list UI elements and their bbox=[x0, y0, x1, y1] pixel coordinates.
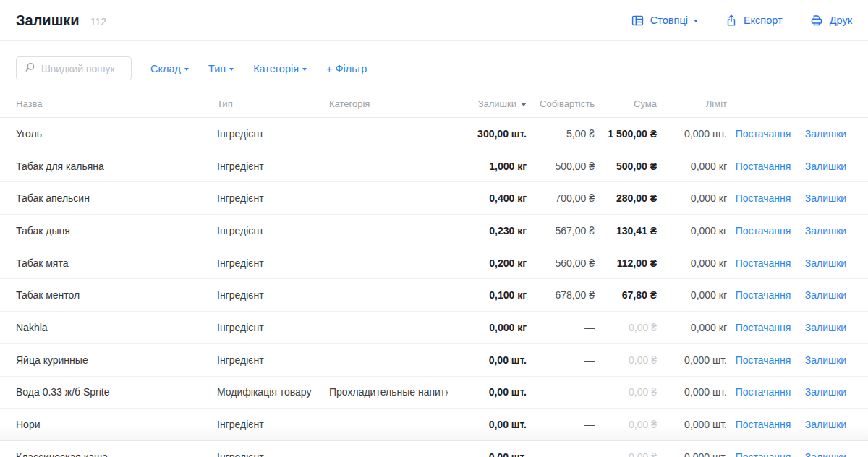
item-category: Прохладительные напитки bbox=[329, 386, 448, 398]
quick-search-box[interactable] bbox=[16, 56, 132, 80]
stock-link-cell: Залишки bbox=[799, 257, 852, 269]
sort-desc-icon bbox=[521, 103, 527, 106]
item-stock-value: 1,000 кг bbox=[448, 161, 527, 172]
supply-link[interactable]: Постачання bbox=[736, 161, 791, 172]
col-header-sum[interactable]: Сума bbox=[595, 98, 657, 109]
supply-link[interactable]: Постачання bbox=[736, 419, 791, 430]
stock-link[interactable]: Залишки bbox=[805, 289, 846, 301]
table-row[interactable]: Яйца куринные Інгредієнт 0,00 шт. — 0,00… bbox=[0, 344, 868, 377]
table-row[interactable]: Табак для кальяна Інгредієнт 1,000 кг 50… bbox=[0, 150, 868, 183]
print-icon bbox=[809, 14, 824, 27]
table-row[interactable]: Табак апельсин Інгредієнт 0,400 кг 700,0… bbox=[0, 182, 868, 215]
item-limit-value: 0,000 кг bbox=[657, 257, 727, 269]
supply-link-cell: Постачання bbox=[727, 451, 799, 457]
supply-link[interactable]: Постачання bbox=[736, 322, 791, 333]
item-sum-value: 0,00 ₴ bbox=[595, 322, 657, 333]
item-name: Табак мята bbox=[16, 257, 217, 269]
table-row[interactable]: Уголь Інгредієнт 300,00 шт. 5,00 ₴ 1 500… bbox=[0, 118, 868, 150]
stock-link[interactable]: Залишки bbox=[805, 386, 846, 398]
item-type: Інгредієнт bbox=[217, 289, 329, 301]
filter-type[interactable]: Тип bbox=[208, 63, 234, 74]
item-cost-value: — bbox=[527, 419, 595, 430]
table-row[interactable]: Вода 0.33 ж/б Sprite Модифікація товару … bbox=[0, 377, 868, 409]
item-limit-value: 0,000 кг bbox=[657, 225, 727, 236]
item-limit-value: 0,000 шт. bbox=[657, 451, 727, 457]
supply-link-cell: Постачання bbox=[727, 322, 799, 333]
item-type: Інгредієнт bbox=[217, 192, 329, 204]
stock-table: Назва Тип Категорія Залишки Собівартість… bbox=[0, 90, 868, 457]
supply-link-cell: Постачання bbox=[727, 128, 799, 140]
col-header-type[interactable]: Тип bbox=[217, 98, 329, 109]
item-stock-value: 0,100 кг bbox=[448, 289, 527, 301]
table-row[interactable]: Табак ментол Інгредієнт 0,100 кг 678,00 … bbox=[0, 279, 868, 312]
item-limit-value: 0,000 шт. bbox=[657, 386, 727, 398]
item-sum-value: 1 500,00 ₴ bbox=[595, 128, 657, 140]
items-count-badge: 112 bbox=[90, 16, 106, 27]
col-header-name[interactable]: Назва bbox=[16, 98, 217, 109]
toolbar: Склад Тип Категорія + Фільтр bbox=[0, 41, 868, 90]
columns-button[interactable]: Стовпці bbox=[631, 14, 698, 27]
stock-link[interactable]: Залишки bbox=[805, 225, 846, 236]
supply-link-cell: Постачання bbox=[727, 225, 799, 236]
item-name: Вода 0.33 ж/б Sprite bbox=[16, 386, 217, 398]
filters: Склад Тип Категорія + Фільтр bbox=[150, 63, 367, 74]
supply-link[interactable]: Постачання bbox=[736, 451, 791, 457]
item-name: Нори bbox=[16, 419, 217, 430]
item-type: Інгредієнт bbox=[217, 354, 329, 366]
table-row[interactable]: Табак мята Інгредієнт 0,200 кг 560,00 ₴ … bbox=[0, 247, 868, 280]
stock-link-cell: Залишки bbox=[799, 322, 852, 333]
supply-link[interactable]: Постачання bbox=[736, 128, 791, 140]
supply-link[interactable]: Постачання bbox=[736, 354, 791, 366]
item-limit-value: 0,000 кг bbox=[657, 289, 727, 301]
stock-link[interactable]: Залишки bbox=[805, 354, 846, 366]
table-row[interactable]: Табак дыня Інгредієнт 0,230 кг 567,00 ₴ … bbox=[0, 215, 868, 247]
item-limit-value: 0,000 шт. bbox=[657, 128, 727, 140]
item-cost-value: 5,00 ₴ bbox=[527, 128, 595, 140]
col-header-cost[interactable]: Собівартість bbox=[527, 98, 595, 109]
columns-button-label: Стовпці bbox=[650, 14, 688, 26]
item-limit-value: 0,000 кг bbox=[657, 161, 727, 172]
search-input[interactable] bbox=[41, 63, 124, 74]
item-stock-value: 0,00 шт. bbox=[448, 451, 527, 457]
supply-link[interactable]: Постачання bbox=[736, 192, 791, 204]
stock-link-cell: Залишки bbox=[799, 386, 852, 398]
supply-link[interactable]: Постачання bbox=[736, 257, 791, 269]
table-row[interactable]: Nakhla Інгредієнт 0,000 кг — 0,00 ₴ 0,00… bbox=[0, 312, 868, 344]
col-header-limit[interactable]: Ліміт bbox=[657, 98, 727, 109]
export-button-label: Експорт bbox=[744, 14, 783, 26]
table-row[interactable]: Нори Інгредієнт 0,00 шт. — 0,00 ₴ 0,000 … bbox=[0, 409, 868, 441]
stock-link-cell: Залишки bbox=[799, 225, 852, 236]
item-limit-value: 0,000 шт. bbox=[657, 354, 727, 366]
stock-link[interactable]: Залишки bbox=[805, 161, 846, 172]
filter-category[interactable]: Категорія bbox=[253, 63, 307, 74]
stock-link[interactable]: Залишки bbox=[805, 192, 846, 204]
supply-link[interactable]: Постачання bbox=[736, 386, 791, 398]
item-stock-value: 300,00 шт. bbox=[448, 128, 527, 140]
filter-warehouse[interactable]: Склад bbox=[150, 63, 189, 74]
col-header-category[interactable]: Категорія bbox=[329, 98, 448, 109]
supply-link[interactable]: Постачання bbox=[736, 289, 791, 301]
item-name: Классическая каша bbox=[16, 451, 217, 457]
stock-link-cell: Залишки bbox=[799, 419, 852, 430]
page-title: Залишки bbox=[16, 12, 80, 29]
stock-link[interactable]: Залишки bbox=[805, 128, 846, 140]
item-stock-value: 0,400 кг bbox=[448, 192, 527, 204]
item-cost-value: — bbox=[527, 354, 595, 366]
add-filter-button[interactable]: + Фільтр bbox=[326, 63, 367, 74]
supply-link-cell: Постачання bbox=[727, 192, 799, 204]
print-button[interactable]: Друк bbox=[809, 14, 852, 27]
item-cost-value: 500,00 ₴ bbox=[527, 161, 595, 172]
stock-link[interactable]: Залишки bbox=[805, 451, 846, 457]
supply-link-cell: Постачання bbox=[727, 257, 799, 269]
item-cost-value: 560,00 ₴ bbox=[527, 257, 595, 269]
supply-link-cell: Постачання bbox=[727, 419, 799, 430]
table-row[interactable]: Классическая каша Інгредієнт 0,00 шт. — … bbox=[0, 441, 868, 457]
item-type: Інгредієнт bbox=[217, 322, 329, 333]
stock-link[interactable]: Залишки bbox=[805, 257, 846, 269]
item-limit-value: 0,000 шт. bbox=[657, 419, 727, 430]
stock-link[interactable]: Залишки bbox=[805, 322, 846, 333]
stock-link[interactable]: Залишки bbox=[805, 419, 846, 430]
export-button[interactable]: Експорт bbox=[725, 14, 783, 27]
supply-link[interactable]: Постачання bbox=[736, 225, 791, 236]
col-header-stock[interactable]: Залишки bbox=[448, 98, 527, 109]
